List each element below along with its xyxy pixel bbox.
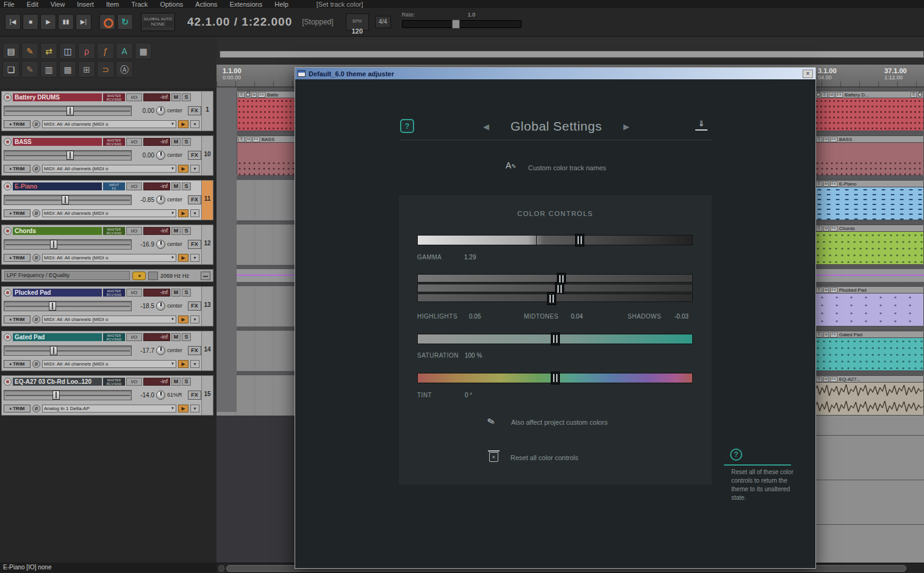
media-item[interactable]: ⓐ M FX Plucked Pad — [814, 286, 924, 326]
toolbar-docs-button[interactable]: ❏ — [2, 61, 20, 77]
solo-button[interactable]: S — [182, 138, 191, 146]
item-fx-button[interactable]: FX — [830, 332, 837, 337]
menu-item[interactable]: Item — [106, 1, 119, 8]
volume-fader[interactable] — [4, 390, 132, 400]
track-name[interactable]: Plucked Pad — [13, 289, 102, 297]
global-automation-button[interactable]: GLOBAL AUTO NONE — [141, 13, 175, 31]
pan-knob[interactable] — [156, 195, 165, 204]
input-arm-button[interactable]: ▾ — [190, 209, 199, 217]
io-button[interactable]: I/O — [126, 378, 142, 386]
input-select[interactable]: MIDI: All: All channels (MIDI o▼ — [42, 120, 176, 128]
toolbar-swap-arrows-button[interactable]: ⇄ — [40, 43, 57, 59]
monitor-button[interactable]: ▶ — [178, 120, 188, 128]
play-button[interactable]: ▶ — [40, 14, 56, 30]
monitor-button[interactable]: ▶ — [178, 405, 188, 413]
envelope-bypass-button[interactable] — [148, 272, 158, 280]
track-number[interactable]: 14 — [201, 331, 213, 370]
toolbar-grid-button[interactable]: ▦ — [135, 43, 152, 59]
envelope-knob-button[interactable] — [132, 272, 146, 280]
input-select[interactable]: MIDI: All: All channels (MIDI o▼ — [42, 165, 176, 173]
media-item[interactable]: ⓐ M FX Batte — [237, 91, 296, 131]
fx-button[interactable]: FX — [188, 346, 201, 355]
input-arm-button[interactable]: ▾ — [190, 360, 199, 368]
fx-button[interactable]: FX — [188, 151, 201, 160]
envelope-lane-panel[interactable]: LPF Frequency / EQuality 2069 Hz Hz — [1, 269, 213, 282]
solo-button[interactable]: S — [182, 333, 191, 341]
fx-button[interactable]: FX — [188, 240, 201, 249]
tint-slider[interactable] — [417, 373, 693, 383]
fx-button[interactable]: FX — [188, 301, 201, 311]
item-fx-button[interactable]: FX — [830, 226, 837, 231]
toolbar-lasso-button[interactable]: ρ — [78, 43, 95, 59]
tint-slider-handle[interactable] — [551, 372, 560, 384]
track-name[interactable]: EQ-A27 03 Cb-Rd Loo..120 — [13, 378, 102, 386]
rate-slider-handle[interactable] — [452, 20, 460, 29]
phase-button[interactable]: ø — [32, 165, 40, 173]
media-item[interactable]: ⓐ M FX BASS — [814, 135, 924, 176]
custom-color-track-names-label[interactable]: Custom color track names — [528, 164, 606, 171]
toolbar-item-properties-button[interactable]: ◫ — [59, 43, 76, 59]
item-arm-icon[interactable]: ⓐ — [816, 377, 822, 382]
phase-button[interactable]: ø — [32, 120, 40, 128]
menu-edit[interactable]: Edit — [27, 1, 38, 8]
repeat-button[interactable]: ↻ — [117, 14, 133, 30]
pause-button[interactable]: ▮▮ — [58, 14, 74, 30]
phase-button[interactable]: ø — [32, 209, 40, 217]
trash-icon[interactable]: × — [489, 452, 498, 462]
track-panel[interactable]: Chords MASTER RCV/SND I/O -inf M S -16.9… — [1, 225, 213, 265]
item-arm-icon[interactable]: ⓐ — [238, 137, 245, 142]
volume-fader-handle[interactable] — [50, 240, 57, 249]
item-mute-button[interactable]: M — [251, 92, 257, 98]
item-arm-icon[interactable]: ⓐ — [911, 92, 917, 98]
phase-button[interactable]: ø — [32, 254, 40, 262]
item-mute-button[interactable]: M — [823, 137, 829, 142]
mute-button[interactable]: M — [171, 93, 181, 101]
volume-fader-handle[interactable] — [49, 301, 56, 311]
input-select[interactable]: MIDI: All: All channels (MIDI o▼ — [42, 209, 176, 217]
track-number[interactable]: 12 — [201, 225, 213, 264]
item-mute-button[interactable]: M — [823, 332, 829, 337]
input-select[interactable]: MIDI: All: All channels (MIDI o▼ — [42, 254, 176, 262]
track-number[interactable]: 11 — [201, 181, 213, 220]
io-button[interactable]: I/O — [126, 93, 142, 101]
solo-button[interactable]: S — [182, 182, 191, 190]
pan-knob[interactable] — [156, 240, 165, 249]
io-button[interactable]: I/O — [126, 289, 142, 297]
track-number[interactable]: 1 — [201, 92, 213, 131]
track-name[interactable]: Chords — [13, 227, 102, 235]
toolbar-grid-plus-button[interactable]: ⊞ — [78, 61, 95, 77]
trim-button[interactable]: ▴TRIM — [4, 165, 30, 173]
fx-button[interactable]: FX — [188, 391, 201, 400]
track-panel[interactable]: Battery DRUMS MASTER RCV/SND I/O -inf M … — [1, 91, 213, 131]
toolbar-pencil-dark-button[interactable]: ✎ — [21, 61, 38, 77]
item-arm-icon[interactable]: ⓐ — [238, 92, 245, 98]
input-select[interactable]: MIDI: All: All channels (MIDI o▼ — [42, 315, 176, 323]
track-panel[interactable]: Gated Pad MASTER RCV/SND I/O -inf M S -1… — [1, 331, 213, 371]
input-arm-button[interactable]: ▾ — [190, 165, 199, 173]
highlights-slider[interactable] — [417, 274, 693, 283]
pan-knob[interactable] — [156, 391, 165, 400]
menu-track[interactable]: Track — [131, 1, 148, 8]
record-arm-button[interactable] — [4, 227, 12, 235]
also-affect-custom-colors-button[interactable]: Also affect project custom colors — [511, 419, 607, 426]
track-name[interactable]: Gated Pad — [13, 333, 102, 341]
toolbar-loop-tool-button[interactable]: ⊃ — [97, 61, 114, 77]
monitor-button[interactable]: ▶ — [178, 165, 188, 173]
bpm-box[interactable]: BPM 120 — [346, 13, 369, 31]
fx-button[interactable]: FX — [188, 195, 201, 204]
dialog-titlebar[interactable]: Default_6.0 theme adjuster × — [295, 68, 815, 79]
gamma-slider[interactable] — [417, 235, 693, 245]
envelope-name[interactable]: LPF Frequency / EQuality — [4, 271, 130, 280]
toolbar-lock-a-button[interactable]: Ⓐ — [116, 61, 133, 77]
item-fx-button[interactable]: FX — [258, 92, 265, 98]
goto-start-button[interactable]: |◀ — [5, 14, 21, 30]
saturation-slider-handle[interactable] — [551, 333, 560, 345]
pan-knob[interactable] — [156, 106, 165, 115]
gamma-slider-handle[interactable] — [575, 234, 584, 247]
trim-button[interactable]: ▴TRIM — [4, 209, 30, 217]
volume-fader-handle[interactable] — [66, 151, 74, 160]
phase-button[interactable]: ø — [32, 360, 40, 368]
volume-fader[interactable] — [4, 345, 132, 356]
item-arm-icon[interactable]: ⓐ — [816, 181, 822, 187]
toolbar-pencil-edit-button[interactable]: ✎ — [21, 43, 38, 59]
